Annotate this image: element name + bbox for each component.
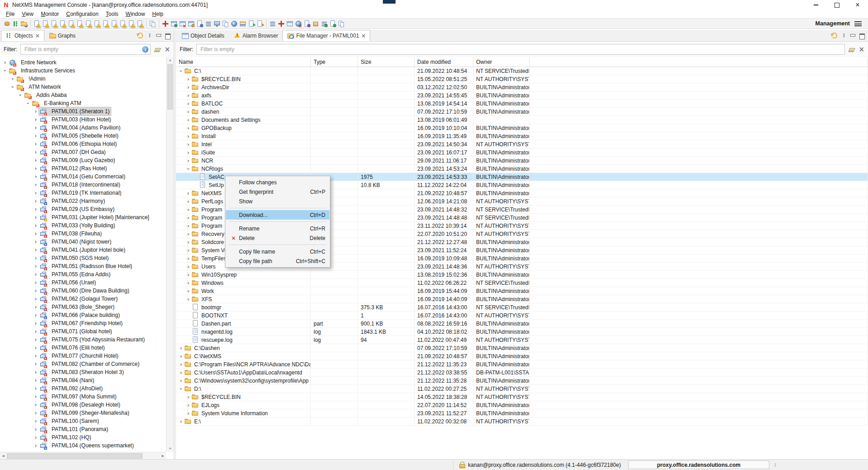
toolbar-icon[interactable]: [12, 20, 19, 28]
expand-chevron-icon[interactable]: [185, 223, 191, 229]
table-row[interactable]: dashen 07.09.2022 17:10:59 BUILTIN\Admin…: [176, 108, 868, 116]
expand-chevron-icon[interactable]: [185, 231, 191, 237]
tree-item[interactable]: × E-Banking ATM: [0, 99, 166, 107]
expand-chevron-icon[interactable]: [10, 84, 16, 90]
toolbar-icon[interactable]: [136, 20, 144, 28]
toolbar-icon[interactable]: [320, 20, 328, 28]
tab-objects[interactable]: Objects: [1, 30, 44, 41]
toolbar-icon[interactable]: [248, 20, 255, 28]
expand-chevron-icon[interactable]: [185, 272, 191, 278]
expand-chevron-icon[interactable]: [33, 223, 39, 228]
toolbar-icon[interactable]: [149, 20, 157, 28]
toolbar-icon[interactable]: [277, 20, 285, 28]
expand-chevron-icon[interactable]: [33, 345, 39, 350]
expand-chevron-icon[interactable]: [185, 101, 191, 106]
table-row[interactable]: C:\NetXMS 21.09.2022 10:48:57 BUILTIN\Ad…: [176, 352, 868, 360]
expand-chevron-icon[interactable]: [33, 125, 39, 130]
tree-item[interactable]: × PATML050 (SGS Hotel): [0, 254, 166, 262]
expand-chevron-icon[interactable]: [185, 158, 191, 163]
expand-chevron-icon[interactable]: [185, 109, 191, 115]
tree-item[interactable]: × !Admin: [0, 75, 166, 83]
toolbar-icon[interactable]: [67, 20, 75, 28]
tree-item[interactable]: × PATML006 (Ethiopia Hotel): [0, 140, 166, 148]
toolbar-icon[interactable]: [213, 20, 221, 28]
expand-chevron-icon[interactable]: [33, 109, 39, 114]
table-row[interactable]: C:\Windows\system32\config\systemprofile…: [176, 377, 868, 385]
expand-chevron-icon[interactable]: [33, 361, 39, 367]
expand-chevron-icon[interactable]: [185, 394, 191, 400]
tab-object-details[interactable]: Object Details: [177, 30, 229, 41]
expand-chevron-icon[interactable]: [33, 255, 39, 261]
expand-chevron-icon[interactable]: [33, 149, 39, 155]
expand-chevron-icon[interactable]: [185, 256, 191, 261]
tree-item[interactable]: × PATML055 (Edna Addis): [0, 270, 166, 278]
toolbar-icon[interactable]: [59, 20, 67, 28]
expand-chevron-icon[interactable]: [185, 77, 191, 82]
expand-chevron-icon[interactable]: [2, 68, 8, 73]
file-filter-input[interactable]: [196, 44, 845, 55]
toolbar-icon[interactable]: [33, 20, 41, 28]
expand-chevron-icon[interactable]: [33, 353, 39, 359]
toolbar-icon[interactable]: [239, 20, 247, 28]
expand-chevron-icon[interactable]: [33, 141, 39, 147]
expand-chevron-icon[interactable]: [33, 394, 39, 399]
expand-chevron-icon[interactable]: [178, 68, 184, 74]
table-row[interactable]: System Volume Information 23.09.2021 11:…: [176, 409, 868, 417]
tree-item[interactable]: × PATML099 (Sheger-Menafesha): [0, 409, 166, 417]
tree-item[interactable]: × PATML003 (Hilton Hotel): [0, 115, 166, 124]
tree-item[interactable]: × PATML014 (Getu Commercial): [0, 173, 166, 181]
toolbar-icon[interactable]: [3, 20, 11, 28]
expand-chevron-icon[interactable]: [33, 337, 39, 342]
table-row[interactable]: Work 16.09.2019 15:44:09 BUILTIN\Adminis…: [176, 287, 868, 295]
expand-chevron-icon[interactable]: [33, 402, 39, 408]
menu-tools[interactable]: Tools: [102, 11, 122, 17]
menu-item-download-[interactable]: Download... Ctrl+D: [226, 210, 329, 220]
toolbar-icon[interactable]: [170, 20, 178, 28]
menu-monitor[interactable]: Monitor: [37, 11, 62, 17]
table-row[interactable]: Dashen.part part 900.1 KB 08.08.2022 16:…: [176, 320, 868, 328]
tree-item[interactable]: × PATML005 (Shebelle Hotel): [0, 132, 166, 140]
menu-item-copy-file-name[interactable]: Copy file name Ctrl+C: [226, 247, 329, 256]
tree-item[interactable]: × PATML051 (Radisson Blue Hotel): [0, 262, 166, 270]
tab-graphs[interactable]: Graphs: [44, 30, 80, 41]
tree-item[interactable]: × PATML083 (Sheraton Hotel 3): [0, 368, 166, 376]
table-row[interactable]: NCR 29.09.2021 11:06:17 BUILTIN\Administ…: [176, 157, 868, 165]
scroll-right-icon[interactable]: ▶: [160, 454, 166, 458]
scroll-left-icon[interactable]: ◀: [0, 454, 6, 458]
toolbar-icon[interactable]: [286, 20, 294, 28]
expand-chevron-icon[interactable]: [33, 329, 39, 334]
toolbar-icon[interactable]: [312, 20, 320, 28]
table-row[interactable]: ArchivesDir 03.12.2022 12:02:50 BUILTIN\…: [176, 83, 868, 91]
table-row[interactable]: BOOTNXT 1 16.07.2016 14:43:00 NT AUTHORI…: [176, 312, 868, 320]
expand-chevron-icon[interactable]: [33, 296, 39, 302]
toolbar-icon[interactable]: [85, 20, 92, 28]
toolbar-icon[interactable]: ×: [179, 20, 186, 28]
column-header-owner[interactable]: Owner: [473, 57, 529, 67]
column-header-date-modified[interactable]: Date modified: [415, 57, 473, 67]
toolbar-icon[interactable]: [205, 20, 212, 28]
expand-chevron-icon[interactable]: [185, 240, 191, 245]
expand-chevron-icon[interactable]: [185, 403, 191, 408]
maximize-view-icon[interactable]: [859, 34, 864, 38]
expand-chevron-icon[interactable]: [185, 125, 191, 131]
expand-chevron-icon[interactable]: [33, 215, 39, 220]
filter-clear-icon[interactable]: [858, 46, 864, 53]
scrollbar-thumb[interactable]: [167, 64, 173, 110]
tree-item[interactable]: × PATML102 (HQ): [0, 433, 166, 441]
menu-item-get-fingerprint[interactable]: Get fingerprint Ctrl+P: [226, 187, 329, 197]
scroll-up-icon[interactable]: ▲: [167, 57, 174, 63]
window-maximize-button[interactable]: [826, 0, 847, 10]
expand-chevron-icon[interactable]: [33, 443, 39, 448]
table-row[interactable]: bootmgr 375.3 KB 16.07.2016 14:43:00 NT …: [176, 303, 868, 312]
tree-item[interactable]: × PATML101 (Panorama): [0, 425, 166, 433]
toolbar-icon[interactable]: [303, 20, 311, 28]
toolbar-icon[interactable]: [230, 20, 238, 28]
tree-item[interactable]: × PATML040 (Nigist tower): [0, 238, 166, 246]
tree-item[interactable]: × PATML076 (Elili hotel): [0, 344, 166, 352]
table-row[interactable]: Windows 11.02.2022 06:26:22 NT SERVICE\T…: [176, 279, 868, 287]
expand-chevron-icon[interactable]: [33, 386, 39, 391]
tree-item[interactable]: × ATM Network: [0, 83, 166, 91]
tree-item[interactable]: × PATML063 (Bole_Sheger): [0, 303, 166, 311]
tree-item[interactable]: ! PATML031 (Jupiter Hotel) [Maintenance]: [0, 213, 166, 221]
expand-chevron-icon[interactable]: [185, 199, 191, 204]
